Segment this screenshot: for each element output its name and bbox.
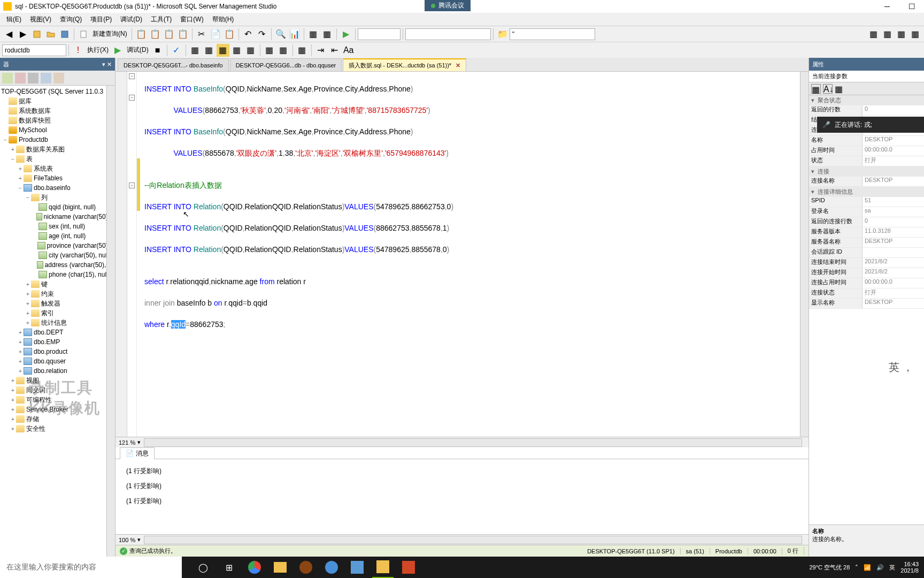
code-content[interactable]: INSERT INTO BaseInfo(QQID,NickName,Sex,A… [140, 72, 808, 437]
tree-node[interactable]: nickname (varchar(50), n [0, 212, 115, 222]
tree-node[interactable]: +同义词 [0, 385, 115, 395]
horizontal-scrollbar-2[interactable] [144, 536, 802, 544]
tb-combo-1[interactable] [358, 28, 401, 40]
object-tree[interactable]: TOP-QE5GG6T (SQL Server 11.0.3 据库系统数据库数据… [0, 86, 115, 557]
tree-node[interactable]: +键 [0, 279, 115, 289]
tree-node[interactable]: 系统数据库 [0, 106, 115, 116]
messages-pane[interactable]: (1 行受影响) (1 行受影响) (1 行受影响) [116, 459, 808, 534]
tb-btn-12[interactable]: ▦ [895, 28, 907, 41]
tab-qquser[interactable]: DESKTOP-QE5GG6...db - dbo.qquser [230, 58, 342, 71]
clock-time[interactable]: 16:43 [900, 561, 919, 567]
new-project-button[interactable] [30, 28, 43, 41]
database-combo[interactable] [2, 44, 66, 56]
paste-button[interactable]: 📋 [223, 28, 236, 41]
execute-button[interactable]: 执行(X) [85, 45, 111, 55]
property-row[interactable]: 状态打开 [809, 156, 924, 166]
tree-node[interactable]: sex (int, null) [0, 222, 115, 231]
tb2-btn-8[interactable]: Aa [342, 44, 355, 57]
app-icon-3[interactable] [346, 557, 368, 578]
property-row[interactable]: SPID51 [809, 197, 924, 207]
undo-button[interactable]: ↶ [242, 28, 255, 41]
powerpoint-icon[interactable] [398, 557, 419, 578]
tb-combo-2[interactable] [405, 28, 491, 40]
tree-node[interactable]: +dbo.DEPT [0, 328, 115, 337]
tree-node[interactable]: +可编程性 [0, 395, 115, 405]
open-button[interactable] [44, 28, 57, 41]
property-row[interactable]: 登录名sa [809, 207, 924, 217]
tree-node[interactable]: +安全性 [0, 424, 115, 434]
property-row[interactable]: 显示名称DESKTOP [809, 299, 924, 309]
menu-view[interactable]: 视图(V) [26, 14, 56, 25]
tb-btn-2[interactable]: 📋 [149, 28, 161, 41]
tb-btn-6[interactable]: 📊 [288, 28, 301, 41]
property-row[interactable]: 服务器版本11.0.3128 [809, 227, 924, 238]
property-row[interactable]: 连接占用时间00:00:00.0 [809, 278, 924, 288]
network-icon[interactable]: 📶 [864, 564, 871, 571]
panel-close-icon[interactable]: ▾ ✕ [102, 61, 112, 68]
property-category[interactable]: ▾聚合状态 [809, 95, 924, 105]
tb-btn-11[interactable]: ▦ [881, 28, 894, 41]
prop-pages-icon[interactable]: ▦ [835, 84, 844, 94]
tree-node[interactable]: city (varchar(50), null) [0, 250, 115, 260]
tb2-btn-5[interactable]: ▦ [263, 44, 276, 57]
tree-node[interactable]: +触发器 [0, 299, 115, 308]
tree-node[interactable]: +Service Broker [0, 405, 115, 414]
menu-help[interactable]: 帮助(H) [208, 14, 238, 25]
filter-icon[interactable] [53, 73, 64, 83]
volume-icon[interactable]: 🔊 [876, 564, 884, 571]
zoom-level-2[interactable]: 100 % [119, 537, 135, 543]
tb-btn-10[interactable]: ▦ [867, 28, 880, 41]
zoom-dropdown-icon[interactable]: ▾ [137, 439, 141, 446]
tb-btn-1[interactable]: 📋 [135, 28, 148, 41]
stop-button[interactable]: ■ [151, 44, 164, 57]
tree-node[interactable]: +视图 [0, 376, 115, 385]
tree-node[interactable]: +dbo.qquser [0, 356, 115, 366]
tb-btn-4[interactable]: 📋 [176, 28, 189, 41]
property-row[interactable]: 返回的连接行数0 [809, 217, 924, 227]
menu-edit[interactable]: 辑(E) [2, 14, 26, 25]
tree-node[interactable]: −表 [0, 154, 115, 164]
run-button[interactable]: ▶ [340, 28, 352, 41]
refresh-icon[interactable] [41, 73, 51, 83]
property-row[interactable]: 占用时间00:00:00.0 [809, 146, 924, 156]
zoom-level[interactable]: 121 % [119, 439, 135, 446]
property-row[interactable]: 连接开始时间2021/8/2 [809, 268, 924, 278]
sql-editor[interactable]: − − − INSERT INTO BaseInfo(QQID,NickName… [116, 72, 808, 437]
tree-node[interactable]: +约束 [0, 289, 115, 299]
tree-node[interactable]: age (int, null) [0, 231, 115, 241]
tree-node[interactable]: +FileTables [0, 173, 115, 183]
tree-node[interactable]: phone (char(15), null) [0, 270, 115, 279]
redo-button[interactable]: ↷ [256, 28, 268, 41]
tree-node[interactable]: −dbo.baseinfo [0, 183, 115, 193]
editor-scrollbar[interactable] [800, 72, 808, 437]
menu-query[interactable]: 查询(Q) [56, 14, 86, 25]
tree-node[interactable]: province (varchar(50), n [0, 241, 115, 250]
menu-debug[interactable]: 调试(D) [116, 14, 147, 25]
fold-icon[interactable]: − [129, 182, 135, 188]
tray-chevron-icon[interactable]: ˄ [855, 564, 858, 571]
tree-node[interactable]: +dbo.EMP [0, 337, 115, 347]
tree-node[interactable]: 数据库快照 [0, 116, 115, 125]
indent-button[interactable]: ⇥ [314, 44, 327, 57]
property-row[interactable]: 连接结束时间2021/8/2 [809, 258, 924, 268]
forward-button[interactable]: ▶ [17, 28, 29, 41]
menu-window[interactable]: 窗口(W) [176, 14, 207, 25]
property-row[interactable]: 服务器名称DESKTOP [809, 238, 924, 248]
new-query-button[interactable]: 新建查询(N) [90, 29, 129, 39]
app-icon-1[interactable] [295, 557, 317, 578]
clock-date[interactable]: 2021/8 [900, 567, 919, 574]
tencent-meeting-badge[interactable]: 腾讯会议 [425, 0, 471, 11]
tb-btn-3[interactable]: 📋 [163, 28, 175, 41]
cortana-icon[interactable]: ⊞ [218, 557, 240, 578]
tb2-btn-4[interactable]: ▦ [244, 44, 257, 57]
tree-scrollbar[interactable] [106, 86, 115, 557]
zoom-dropdown-icon[interactable]: ▾ [137, 536, 141, 543]
tree-node[interactable]: +统计信息 [0, 318, 115, 328]
property-category[interactable]: ▾连接详细信息 [809, 187, 924, 197]
task-view-icon[interactable]: ◯ [192, 557, 214, 578]
property-category[interactable]: ▾连接 [809, 166, 924, 177]
property-row[interactable]: 名称DESKTOP [809, 136, 924, 146]
chrome-icon[interactable] [244, 557, 265, 578]
new-query-icon[interactable] [77, 28, 90, 41]
parse-button[interactable]: ✓ [170, 44, 183, 57]
